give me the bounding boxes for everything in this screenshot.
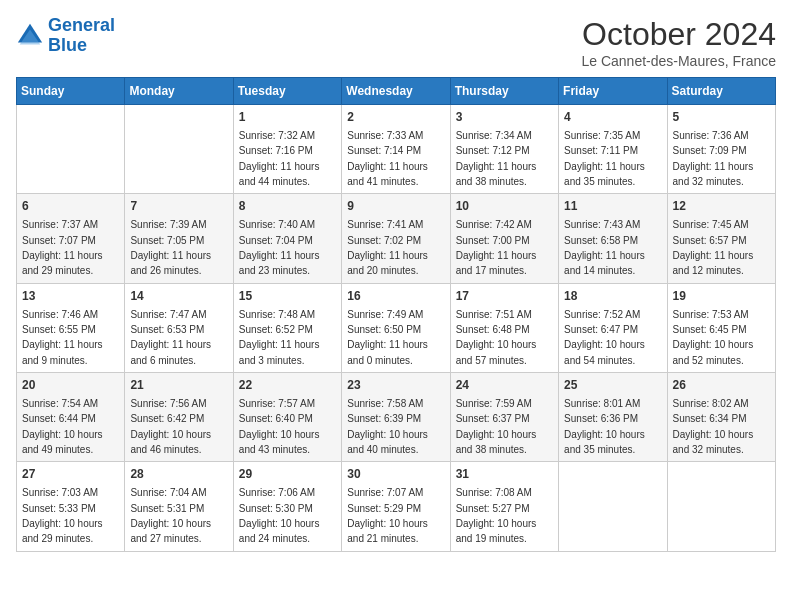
calendar-body: 1Sunrise: 7:32 AMSunset: 7:16 PMDaylight… [17, 105, 776, 552]
day-number: 29 [239, 466, 336, 483]
day-info: Sunrise: 7:53 AMSunset: 6:45 PMDaylight:… [673, 309, 754, 366]
calendar-cell: 8Sunrise: 7:40 AMSunset: 7:04 PMDaylight… [233, 194, 341, 283]
day-info: Sunrise: 8:02 AMSunset: 6:34 PMDaylight:… [673, 398, 754, 455]
day-info: Sunrise: 7:07 AMSunset: 5:29 PMDaylight:… [347, 487, 428, 544]
day-info: Sunrise: 7:52 AMSunset: 6:47 PMDaylight:… [564, 309, 645, 366]
logo: General Blue [16, 16, 115, 56]
logo-icon [16, 22, 44, 50]
day-number: 23 [347, 377, 444, 394]
weekday-header: Tuesday [233, 78, 341, 105]
day-number: 16 [347, 288, 444, 305]
calendar-cell: 15Sunrise: 7:48 AMSunset: 6:52 PMDayligh… [233, 283, 341, 372]
weekday-header: Sunday [17, 78, 125, 105]
day-number: 5 [673, 109, 770, 126]
calendar-week-row: 13Sunrise: 7:46 AMSunset: 6:55 PMDayligh… [17, 283, 776, 372]
day-info: Sunrise: 7:04 AMSunset: 5:31 PMDaylight:… [130, 487, 211, 544]
day-number: 12 [673, 198, 770, 215]
calendar-cell: 11Sunrise: 7:43 AMSunset: 6:58 PMDayligh… [559, 194, 667, 283]
day-info: Sunrise: 7:34 AMSunset: 7:12 PMDaylight:… [456, 130, 537, 187]
day-number: 9 [347, 198, 444, 215]
calendar-cell: 6Sunrise: 7:37 AMSunset: 7:07 PMDaylight… [17, 194, 125, 283]
day-info: Sunrise: 7:33 AMSunset: 7:14 PMDaylight:… [347, 130, 428, 187]
calendar-cell: 30Sunrise: 7:07 AMSunset: 5:29 PMDayligh… [342, 462, 450, 551]
day-number: 17 [456, 288, 553, 305]
weekday-header: Monday [125, 78, 233, 105]
day-info: Sunrise: 7:45 AMSunset: 6:57 PMDaylight:… [673, 219, 754, 276]
weekday-header: Thursday [450, 78, 558, 105]
day-number: 20 [22, 377, 119, 394]
calendar-cell [559, 462, 667, 551]
day-info: Sunrise: 7:40 AMSunset: 7:04 PMDaylight:… [239, 219, 320, 276]
calendar-cell: 31Sunrise: 7:08 AMSunset: 5:27 PMDayligh… [450, 462, 558, 551]
calendar-cell: 25Sunrise: 8:01 AMSunset: 6:36 PMDayligh… [559, 373, 667, 462]
logo-text: General Blue [48, 16, 115, 56]
calendar-cell: 9Sunrise: 7:41 AMSunset: 7:02 PMDaylight… [342, 194, 450, 283]
calendar-cell: 2Sunrise: 7:33 AMSunset: 7:14 PMDaylight… [342, 105, 450, 194]
calendar-cell: 16Sunrise: 7:49 AMSunset: 6:50 PMDayligh… [342, 283, 450, 372]
day-info: Sunrise: 7:37 AMSunset: 7:07 PMDaylight:… [22, 219, 103, 276]
day-number: 21 [130, 377, 227, 394]
day-number: 25 [564, 377, 661, 394]
day-number: 19 [673, 288, 770, 305]
day-info: Sunrise: 7:59 AMSunset: 6:37 PMDaylight:… [456, 398, 537, 455]
day-info: Sunrise: 7:08 AMSunset: 5:27 PMDaylight:… [456, 487, 537, 544]
day-number: 8 [239, 198, 336, 215]
logo-line1: General [48, 15, 115, 35]
calendar-cell: 10Sunrise: 7:42 AMSunset: 7:00 PMDayligh… [450, 194, 558, 283]
title-block: October 2024 Le Cannet-des-Maures, Franc… [581, 16, 776, 69]
day-info: Sunrise: 7:51 AMSunset: 6:48 PMDaylight:… [456, 309, 537, 366]
day-number: 13 [22, 288, 119, 305]
day-info: Sunrise: 7:49 AMSunset: 6:50 PMDaylight:… [347, 309, 428, 366]
calendar-cell: 3Sunrise: 7:34 AMSunset: 7:12 PMDaylight… [450, 105, 558, 194]
calendar-cell: 29Sunrise: 7:06 AMSunset: 5:30 PMDayligh… [233, 462, 341, 551]
day-info: Sunrise: 7:39 AMSunset: 7:05 PMDaylight:… [130, 219, 211, 276]
day-number: 15 [239, 288, 336, 305]
calendar-cell: 22Sunrise: 7:57 AMSunset: 6:40 PMDayligh… [233, 373, 341, 462]
calendar-week-row: 6Sunrise: 7:37 AMSunset: 7:07 PMDaylight… [17, 194, 776, 283]
day-info: Sunrise: 7:54 AMSunset: 6:44 PMDaylight:… [22, 398, 103, 455]
day-number: 2 [347, 109, 444, 126]
day-number: 6 [22, 198, 119, 215]
day-number: 3 [456, 109, 553, 126]
calendar-cell: 12Sunrise: 7:45 AMSunset: 6:57 PMDayligh… [667, 194, 775, 283]
calendar-cell: 17Sunrise: 7:51 AMSunset: 6:48 PMDayligh… [450, 283, 558, 372]
calendar-cell: 28Sunrise: 7:04 AMSunset: 5:31 PMDayligh… [125, 462, 233, 551]
weekday-header: Friday [559, 78, 667, 105]
calendar-cell: 1Sunrise: 7:32 AMSunset: 7:16 PMDaylight… [233, 105, 341, 194]
calendar-cell [125, 105, 233, 194]
day-info: Sunrise: 7:46 AMSunset: 6:55 PMDaylight:… [22, 309, 103, 366]
day-info: Sunrise: 7:36 AMSunset: 7:09 PMDaylight:… [673, 130, 754, 187]
day-number: 27 [22, 466, 119, 483]
calendar-cell: 5Sunrise: 7:36 AMSunset: 7:09 PMDaylight… [667, 105, 775, 194]
month-title: October 2024 [581, 16, 776, 53]
day-number: 28 [130, 466, 227, 483]
weekday-row: SundayMondayTuesdayWednesdayThursdayFrid… [17, 78, 776, 105]
weekday-header: Saturday [667, 78, 775, 105]
day-number: 4 [564, 109, 661, 126]
calendar-cell [667, 462, 775, 551]
weekday-header: Wednesday [342, 78, 450, 105]
day-number: 31 [456, 466, 553, 483]
calendar-cell: 20Sunrise: 7:54 AMSunset: 6:44 PMDayligh… [17, 373, 125, 462]
day-number: 30 [347, 466, 444, 483]
calendar-cell [17, 105, 125, 194]
logo-line2: Blue [48, 35, 87, 55]
day-info: Sunrise: 7:58 AMSunset: 6:39 PMDaylight:… [347, 398, 428, 455]
day-number: 22 [239, 377, 336, 394]
day-number: 7 [130, 198, 227, 215]
page-header: General Blue October 2024 Le Cannet-des-… [16, 16, 776, 69]
day-info: Sunrise: 7:03 AMSunset: 5:33 PMDaylight:… [22, 487, 103, 544]
calendar-cell: 23Sunrise: 7:58 AMSunset: 6:39 PMDayligh… [342, 373, 450, 462]
day-info: Sunrise: 7:48 AMSunset: 6:52 PMDaylight:… [239, 309, 320, 366]
calendar-week-row: 27Sunrise: 7:03 AMSunset: 5:33 PMDayligh… [17, 462, 776, 551]
day-info: Sunrise: 7:06 AMSunset: 5:30 PMDaylight:… [239, 487, 320, 544]
day-info: Sunrise: 7:41 AMSunset: 7:02 PMDaylight:… [347, 219, 428, 276]
calendar-cell: 24Sunrise: 7:59 AMSunset: 6:37 PMDayligh… [450, 373, 558, 462]
calendar-cell: 13Sunrise: 7:46 AMSunset: 6:55 PMDayligh… [17, 283, 125, 372]
day-number: 14 [130, 288, 227, 305]
day-number: 10 [456, 198, 553, 215]
day-info: Sunrise: 7:43 AMSunset: 6:58 PMDaylight:… [564, 219, 645, 276]
calendar-cell: 19Sunrise: 7:53 AMSunset: 6:45 PMDayligh… [667, 283, 775, 372]
day-number: 26 [673, 377, 770, 394]
calendar-table: SundayMondayTuesdayWednesdayThursdayFrid… [16, 77, 776, 552]
